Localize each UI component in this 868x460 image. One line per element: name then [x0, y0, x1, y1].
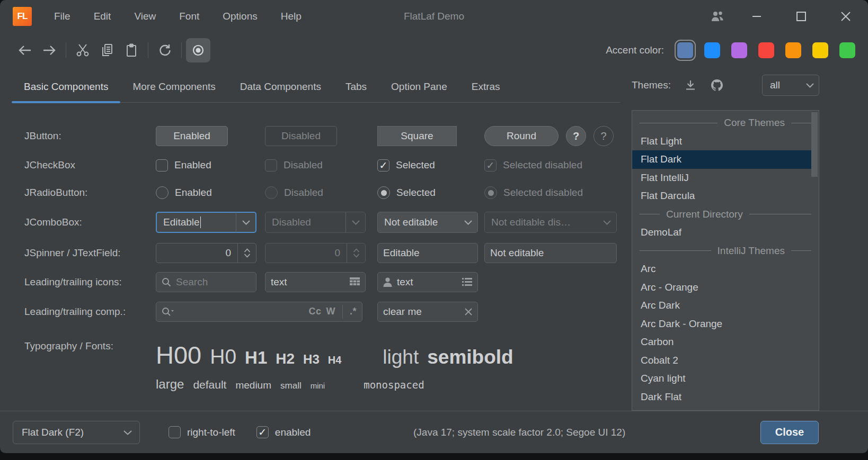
copy-icon[interactable] [95, 38, 119, 62]
theme-item-arc-orange[interactable]: Arc - Orange [632, 278, 819, 297]
radio-selected[interactable]: Selected [377, 186, 484, 199]
theme-item-flat-light[interactable]: Flat Light [632, 132, 819, 151]
spinner-updown-icon[interactable] [238, 248, 256, 258]
clear-x-icon[interactable] [465, 308, 472, 315]
regex-button[interactable]: .* [350, 306, 357, 317]
chevron-down-icon[interactable] [236, 220, 255, 225]
textfield-editable[interactable]: Editable [377, 243, 478, 263]
h1-sample: H1 [245, 348, 267, 368]
tab-basic-components[interactable]: Basic Components [12, 81, 120, 102]
list-icon[interactable] [462, 278, 472, 286]
tab-data-components[interactable]: Data Components [228, 81, 333, 102]
checkbox-selected[interactable]: ✓ Selected [377, 159, 484, 172]
text-field-table[interactable]: text [265, 272, 366, 292]
close-button[interactable]: Close [760, 421, 819, 444]
right-to-left-checkbox[interactable]: right-to-left [169, 426, 235, 438]
chevron-down-icon[interactable] [801, 83, 819, 88]
theme-item-flat-dark[interactable]: Flat Dark [632, 150, 811, 169]
themes-list[interactable]: Core Themes Flat Light Flat Dark Flat In… [632, 110, 819, 411]
accent-swatch-purple[interactable] [731, 42, 747, 58]
accent-swatch-default[interactable] [677, 42, 693, 58]
accent-swatch-green[interactable] [839, 42, 855, 58]
chevron-down-icon[interactable] [458, 220, 477, 225]
laf-selector-combobox[interactable]: Flat Dark (F2) [13, 421, 140, 444]
combobox-not-editable[interactable]: Not editable [377, 212, 478, 233]
theme-item-arc-dark[interactable]: Arc Dark [632, 296, 819, 315]
accent-swatch-orange[interactable] [785, 42, 801, 58]
enabled-checkbox[interactable]: ✓ enabled [256, 426, 311, 438]
theme-item-cyan-light[interactable]: Cyan light [632, 369, 819, 388]
radio-circle-selected[interactable] [377, 186, 390, 199]
checkbox-box[interactable] [169, 426, 181, 438]
jcombobox-label: JComboBox: [24, 217, 156, 228]
scrollbar[interactable] [811, 111, 818, 410]
cut-icon[interactable] [70, 38, 95, 62]
checkbox-box-checked[interactable]: ✓ [256, 426, 269, 438]
accent-swatch-blue[interactable] [704, 42, 720, 58]
table-icon[interactable] [350, 277, 360, 286]
square-button[interactable]: Square [377, 126, 457, 146]
tab-more-components[interactable]: More Components [120, 81, 227, 102]
theme-item-arc-dark-orange[interactable]: Arc Dark - Orange [632, 315, 819, 333]
whole-word-button[interactable]: W [326, 306, 335, 317]
download-icon[interactable] [685, 79, 696, 91]
help-button[interactable]: ? [566, 126, 586, 146]
menu-options[interactable]: Options [223, 11, 257, 22]
minimize-button[interactable] [734, 0, 779, 33]
theme-item-cobalt-2[interactable]: Cobalt 2 [632, 351, 819, 370]
scrollbar-thumb[interactable] [811, 112, 818, 177]
search-dropdown-icon[interactable] [162, 307, 174, 317]
clearable-input[interactable]: clear me [377, 302, 478, 322]
h4-sample: H4 [328, 354, 342, 366]
app-window: FL File Edit View Font Options Help Flat… [0, 0, 868, 453]
back-icon[interactable] [13, 38, 37, 62]
themes-filter-combobox[interactable]: all [762, 75, 819, 96]
chevron-down-icon[interactable] [116, 430, 139, 435]
menu-view[interactable]: View [134, 11, 156, 22]
menu-file[interactable]: File [54, 11, 70, 22]
theme-item-arc[interactable]: Arc [632, 260, 819, 278]
tab-extras[interactable]: Extras [459, 81, 512, 102]
chevron-down-icon [597, 220, 616, 225]
disabled-button: Disabled [265, 126, 337, 146]
semibold-sample: semibold [427, 346, 513, 368]
accent-swatch-red[interactable] [758, 42, 774, 58]
menu-edit[interactable]: Edit [94, 11, 111, 22]
theme-item-flat-darcula[interactable]: Flat Darcula [632, 187, 819, 205]
show-hidden-eye-toggle[interactable] [186, 38, 210, 62]
search-input[interactable]: Search [156, 272, 256, 292]
search-with-options-input[interactable]: Cc W .* [156, 302, 362, 322]
spinner-enabled[interactable]: 0 [156, 243, 256, 263]
checkbox-box-checked[interactable]: ✓ [377, 159, 389, 172]
menu-font[interactable]: Font [179, 11, 199, 22]
radio-enabled[interactable]: Enabled [156, 186, 265, 199]
match-case-button[interactable]: Cc [308, 306, 321, 317]
accent-swatch-yellow[interactable] [812, 42, 828, 58]
checkbox-box[interactable] [156, 159, 168, 172]
enabled-button[interactable]: Enabled [156, 126, 228, 146]
theme-item-carbon[interactable]: Carbon [632, 333, 819, 351]
paste-icon[interactable] [119, 38, 144, 62]
github-icon[interactable] [710, 78, 724, 92]
h00-sample: H00 [156, 340, 201, 369]
text-field-user-list[interactable]: text [377, 272, 478, 292]
theme-item-flat-intellij[interactable]: Flat IntelliJ [632, 169, 819, 187]
theme-item-dark-flat[interactable]: Dark Flat [632, 388, 819, 407]
theme-item-demolaf[interactable]: DemoLaf [632, 223, 819, 242]
tab-tabs[interactable]: Tabs [333, 81, 379, 102]
close-window-button[interactable] [823, 0, 868, 33]
toolbar-separator [66, 42, 66, 58]
round-button[interactable]: Round [484, 126, 559, 146]
refresh-icon[interactable] [153, 38, 177, 62]
combobox-not-editable-disabled: Not editable dis… [484, 212, 617, 233]
forward-icon[interactable] [37, 38, 61, 62]
spinner-disabled: 0 [265, 243, 366, 263]
combobox-editable[interactable]: Editable [156, 212, 256, 233]
tab-option-pane[interactable]: Option Pane [379, 81, 459, 102]
maximize-button[interactable] [779, 0, 823, 33]
radio-circle[interactable] [156, 186, 169, 199]
help-button-plain[interactable]: ? [594, 126, 614, 146]
checkbox-enabled[interactable]: Enabled [156, 159, 265, 172]
menu-help[interactable]: Help [281, 11, 302, 22]
users-icon[interactable] [701, 0, 734, 33]
